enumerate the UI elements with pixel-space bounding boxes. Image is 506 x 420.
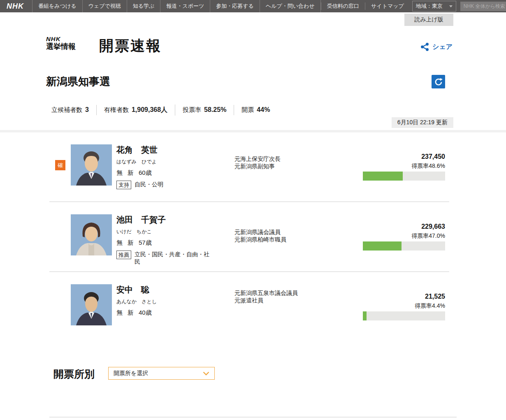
page: NHK 番組をみつける ウェブで視聴 知る学ぶ 報道・スポーツ 参加・応募する … (0, 0, 506, 420)
candidate-age: 57歳 (139, 239, 152, 247)
share-icon (420, 42, 429, 51)
candidate-kana: あんなか さとし (116, 298, 217, 305)
stat-candidates-value: 3 (85, 106, 89, 114)
candidate-career: 元新潟県五泉市議会議員 元派遣社員 (234, 290, 298, 304)
endorsement-type-badge: 推薦 (116, 251, 131, 259)
chevron-down-icon (203, 371, 209, 376)
share-button[interactable]: シェア (420, 42, 453, 51)
election-info-logo: NHK 選挙情報 (46, 36, 76, 50)
nav-item-help[interactable]: ヘルプ・問い合わせ (260, 0, 321, 12)
nav-item-license-fee[interactable]: 受信料の窓口 (321, 2, 365, 10)
row-divider (49, 271, 449, 272)
vote-bar-fill (363, 241, 402, 251)
stat-turnout-label: 投票率 (183, 106, 201, 114)
top-nav-right: 受信料の窓口 サイトマップ 地域：東京 (321, 0, 506, 12)
candidate-party: 無 (116, 309, 123, 317)
candidate-attributes: 無 新 60歳 (116, 169, 217, 177)
endorsement-parties: 自民・公明 (135, 181, 163, 188)
candidate-endorsement: 推薦 立民・国民・共産・自由・社民 (116, 251, 217, 265)
endorsement-type-badge: 支持 (116, 181, 131, 189)
vote-bar-fill (363, 311, 367, 320)
election-stats: 立候補者数 3 有権者数 1,909,368人 投票率 58.25% 開票 44… (51, 104, 277, 116)
vote-rate: 得票率47.0% (411, 232, 445, 240)
counting-station-section-title: 開票所別 (53, 367, 95, 381)
candidate-status: 新 (128, 239, 134, 247)
region-dropdown-arrow-icon (449, 5, 453, 7)
candidate-party: 無 (116, 169, 123, 177)
candidate-status: 新 (128, 169, 134, 177)
candidate-photo (71, 144, 112, 186)
top-nav-left: 番組をみつける ウェブで視聴 知る学ぶ 報道・スポーツ 参加・応募する ヘルプ・… (32, 0, 321, 12)
bottom-divider (49, 417, 457, 418)
candidate-kana: いけだ ちかこ (116, 228, 217, 235)
vote-count: 21,525 (425, 293, 445, 300)
candidate-name: 安中 聡 (116, 284, 217, 295)
stat-turnout: 投票率 58.25% (175, 105, 234, 115)
candidate-info: 池田 千賀子 いけだ ちかこ 無 新 57歳 推薦 立民・国民・共産・自由・社民 (116, 214, 217, 265)
stat-counted-label: 開票 (241, 106, 254, 114)
nav-item-sitemap[interactable]: サイトマップ (365, 2, 410, 10)
stat-eligible-voters-label: 有権者数 (104, 106, 129, 114)
nav-item-learn[interactable]: 知る学ぶ (127, 0, 160, 12)
stat-candidates-label: 立候補者数 (51, 106, 82, 114)
read-aloud-version-button[interactable]: 読み上げ版 (404, 14, 453, 26)
stat-eligible-voters: 有権者数 1,909,368人 (97, 104, 175, 116)
region-select-label: 地域：東京 (416, 2, 443, 10)
candidate-info: 花角 英世 はなずみ ひでよ 無 新 60歳 支持 自民・公明 (116, 144, 217, 189)
vote-rate: 得票率4.4% (415, 302, 445, 310)
career-line: 元新潟県議会議員 (234, 229, 286, 236)
candidate-party: 無 (116, 239, 123, 247)
counting-station-select-label: 開票所を選択 (114, 370, 148, 377)
career-line: 元派遣社員 (234, 297, 298, 304)
search-input[interactable] (460, 2, 506, 11)
elected-badge: 確 (55, 160, 65, 170)
election-info-logo-text: 選挙情報 (46, 43, 76, 50)
career-line: 元新潟県柏崎市職員 (234, 236, 286, 244)
vote-rate: 得票率48.6% (411, 162, 445, 170)
election-info-logo-nhk: NHK (46, 36, 76, 42)
career-line: 元海上保安庁次長 (234, 155, 281, 163)
candidate-info: 安中 聡 あんなか さとし 無 新 40歳 (116, 284, 217, 317)
nav-item-web-view[interactable]: ウェブで視聴 (82, 0, 127, 12)
stat-turnout-value: 58.25% (204, 106, 226, 114)
stat-counted: 開票 44% (234, 105, 277, 115)
nhk-logo[interactable]: NHK (0, 0, 32, 12)
candidate-attributes: 無 新 57歳 (116, 239, 217, 247)
candidate-row: 確 花角 英世 はなずみ ひでよ 無 新 60歳 支持 自民・公明 (49, 144, 449, 202)
candidate-age: 40歳 (139, 309, 152, 317)
election-title: 新潟県知事選 (46, 74, 110, 89)
stat-counted-value: 44% (257, 106, 270, 114)
region-select[interactable]: 地域：東京 (412, 1, 456, 12)
candidate-career: 元海上保安庁次長 元新潟県副知事 (234, 155, 281, 170)
vote-bar-track (363, 311, 445, 320)
candidate-row: 池田 千賀子 いけだ ちかこ 無 新 57歳 推薦 立民・国民・共産・自由・社民… (49, 214, 449, 272)
top-nav: NHK 番組をみつける ウェブで視聴 知る学ぶ 報道・スポーツ 参加・応募する … (0, 0, 506, 12)
candidate-photo (71, 214, 112, 255)
reload-button[interactable] (432, 75, 445, 88)
share-label: シェア (432, 43, 453, 51)
vote-bar-fill (363, 172, 403, 181)
candidate-career: 元新潟県議会議員 元新潟県柏崎市職員 (234, 229, 286, 243)
vote-count: 237,450 (421, 153, 445, 160)
candidate-attributes: 無 新 40歳 (116, 309, 217, 317)
candidate-endorsement: 支持 自民・公明 (116, 181, 217, 189)
candidate-kana: はなずみ ひでよ (116, 158, 217, 165)
updated-timestamp: 6月10日 22:19 更新 (392, 117, 453, 128)
candidate-photo (71, 284, 112, 325)
header-divider-band (0, 130, 506, 132)
nav-item-news-sports[interactable]: 報道・スポーツ (160, 0, 210, 12)
nav-item-programs[interactable]: 番組をみつける (32, 0, 82, 12)
vote-bar-track (363, 241, 445, 251)
vote-count: 229,663 (421, 223, 445, 230)
reload-icon (434, 78, 443, 86)
row-divider (49, 202, 449, 202)
career-line: 元新潟県五泉市議会議員 (234, 290, 298, 297)
candidate-status: 新 (128, 309, 134, 317)
page-title: 開票速報 (99, 36, 162, 56)
endorsement-parties: 立民・国民・共産・自由・社民 (135, 251, 212, 265)
candidate-name: 池田 千賀子 (116, 214, 217, 225)
stat-eligible-voters-value: 1,909,368人 (132, 106, 167, 114)
nav-item-participate[interactable]: 参加・応募する (210, 0, 260, 12)
stat-candidates: 立候補者数 3 (51, 105, 97, 115)
counting-station-select[interactable]: 開票所を選択 (108, 367, 215, 380)
